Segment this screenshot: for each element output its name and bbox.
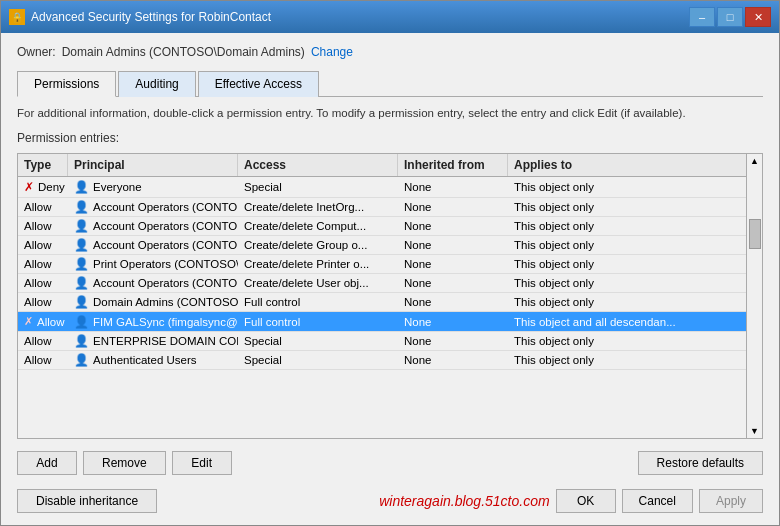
- row-type: Allow: [18, 255, 68, 273]
- row-inherited: None: [398, 312, 508, 331]
- window-content: Owner: Domain Admins (CONTOSO\Domain Adm…: [1, 33, 779, 525]
- edit-button[interactable]: Edit: [172, 451, 232, 475]
- row-applies: This object only: [508, 332, 746, 350]
- row-principal: 👤Domain Admins (CONTOSO...: [68, 293, 238, 311]
- owner-label: Owner:: [17, 45, 56, 59]
- row-inherited: None: [398, 351, 508, 369]
- cancel-button[interactable]: Cancel: [622, 489, 693, 513]
- table-row-selected[interactable]: ✗Allow 👤FIM GALSync (fimgalsync@c... Ful…: [18, 312, 746, 332]
- info-text: For additional information, double-click…: [17, 105, 763, 121]
- window-title: Advanced Security Settings for RobinCont…: [31, 10, 271, 24]
- add-button[interactable]: Add: [17, 451, 77, 475]
- user-icon: 👤: [74, 220, 89, 232]
- row-access: Create/delete Group o...: [238, 236, 398, 254]
- maximize-button[interactable]: □: [717, 7, 743, 27]
- user-icon: 👤: [74, 296, 89, 308]
- col-applies: Applies to: [508, 154, 746, 176]
- table-header: Type Principal Access Inherited from App…: [18, 154, 746, 177]
- user-icon: 👤: [74, 354, 89, 366]
- col-access: Access: [238, 154, 398, 176]
- window-controls: – □ ✕: [689, 7, 771, 27]
- scrollbar[interactable]: ▲ ▼: [746, 154, 762, 438]
- user-icon: 👤: [74, 181, 89, 193]
- row-type: Allow: [18, 274, 68, 292]
- table-row[interactable]: Allow 👤Account Operators (CONTO... Creat…: [18, 274, 746, 293]
- col-inherited: Inherited from: [398, 154, 508, 176]
- buttons-left: Add Remove Edit: [17, 451, 232, 475]
- row-access: Create/delete InetOrg...: [238, 198, 398, 216]
- row-access: Special: [238, 351, 398, 369]
- row-type: Allow: [18, 332, 68, 350]
- scroll-track[interactable]: [748, 168, 762, 424]
- table-body: ✗Deny 👤Everyone Special None This object…: [18, 177, 746, 438]
- apply-button[interactable]: Apply: [699, 489, 763, 513]
- user-icon: 👤: [74, 335, 89, 347]
- col-type: Type: [18, 154, 68, 176]
- row-type: Allow: [18, 217, 68, 235]
- main-window: 🔒 Advanced Security Settings for RobinCo…: [0, 0, 780, 526]
- row-principal: 👤ENTERPRISE DOMAIN CONT...: [68, 332, 238, 350]
- row-principal: 👤Authenticated Users: [68, 351, 238, 369]
- table-row[interactable]: Allow 👤Account Operators (CONTO... Creat…: [18, 236, 746, 255]
- scroll-up-arrow[interactable]: ▲: [748, 154, 761, 168]
- section-label: Permission entries:: [17, 131, 763, 145]
- row-access: Create/delete User obj...: [238, 274, 398, 292]
- user-icon: 👤: [74, 239, 89, 251]
- row-inherited: None: [398, 236, 508, 254]
- row-principal: 👤Account Operators (CONTO...: [68, 198, 238, 216]
- owner-row: Owner: Domain Admins (CONTOSO\Domain Adm…: [17, 45, 763, 59]
- table-row[interactable]: Allow 👤Authenticated Users Special None …: [18, 351, 746, 370]
- disable-inheritance-button[interactable]: Disable inheritance: [17, 489, 157, 513]
- tab-permissions[interactable]: Permissions: [17, 71, 116, 97]
- owner-change-link[interactable]: Change: [311, 45, 353, 59]
- minimize-button[interactable]: –: [689, 7, 715, 27]
- scroll-down-arrow[interactable]: ▼: [748, 424, 761, 438]
- table-row[interactable]: Allow 👤Account Operators (CONTO... Creat…: [18, 198, 746, 217]
- row-applies: This object only: [508, 255, 746, 273]
- restore-defaults-button[interactable]: Restore defaults: [638, 451, 763, 475]
- row-applies: This object only: [508, 236, 746, 254]
- tab-auditing[interactable]: Auditing: [118, 71, 195, 97]
- remove-button[interactable]: Remove: [83, 451, 166, 475]
- row-applies: This object only: [508, 217, 746, 235]
- row-principal: 👤Print Operators (CONTOSO\...: [68, 255, 238, 273]
- row-access: Create/delete Comput...: [238, 217, 398, 235]
- window-icon: 🔒: [9, 9, 25, 25]
- row-applies: This object only: [508, 198, 746, 216]
- col-principal: Principal: [68, 154, 238, 176]
- selected-icon: ✗: [24, 315, 33, 328]
- row-access: Special: [238, 177, 398, 197]
- row-type: ✗Allow: [18, 312, 68, 331]
- row-inherited: None: [398, 198, 508, 216]
- row-type: Allow: [18, 236, 68, 254]
- row-principal: 👤Account Operators (CONTO...: [68, 217, 238, 235]
- bottom-right: winteragain.blog.51cto.com OK Cancel App…: [379, 489, 763, 513]
- row-principal: 👤FIM GALSync (fimgalsync@c...: [68, 312, 238, 331]
- permissions-table: Type Principal Access Inherited from App…: [17, 153, 763, 439]
- row-applies: This object only: [508, 274, 746, 292]
- user-icon: 👤: [74, 201, 89, 213]
- tabs-container: Permissions Auditing Effective Access: [17, 71, 763, 97]
- row-type: Allow: [18, 293, 68, 311]
- table-row[interactable]: ✗Deny 👤Everyone Special None This object…: [18, 177, 746, 198]
- row-type: ✗Deny: [18, 177, 68, 197]
- tab-effective-access[interactable]: Effective Access: [198, 71, 319, 97]
- row-applies: This object only: [508, 177, 746, 197]
- row-access: Full control: [238, 293, 398, 311]
- scroll-thumb[interactable]: [749, 219, 761, 249]
- row-principal: 👤Account Operators (CONTO...: [68, 274, 238, 292]
- row-access: Full control: [238, 312, 398, 331]
- user-icon: 👤: [74, 277, 89, 289]
- row-inherited: None: [398, 332, 508, 350]
- row-inherited: None: [398, 177, 508, 197]
- action-buttons-row: Add Remove Edit Restore defaults: [17, 451, 763, 475]
- watermark: winteragain.blog.51cto.com: [379, 493, 549, 509]
- owner-value: Domain Admins (CONTOSO\Domain Admins): [62, 45, 305, 59]
- close-button[interactable]: ✕: [745, 7, 771, 27]
- table-row[interactable]: Allow 👤ENTERPRISE DOMAIN CONT... Special…: [18, 332, 746, 351]
- table-row[interactable]: Allow 👤Domain Admins (CONTOSO... Full co…: [18, 293, 746, 312]
- deny-icon: ✗: [24, 180, 34, 194]
- ok-button[interactable]: OK: [556, 489, 616, 513]
- table-row[interactable]: Allow 👤Account Operators (CONTO... Creat…: [18, 217, 746, 236]
- table-row[interactable]: Allow 👤Print Operators (CONTOSO\... Crea…: [18, 255, 746, 274]
